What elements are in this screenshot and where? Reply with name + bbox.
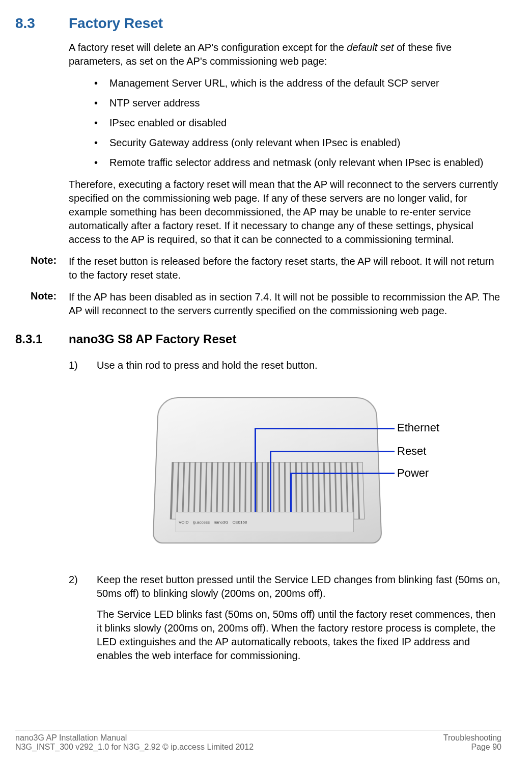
- step-2: 2) Keep the reset button pressed until t…: [69, 573, 501, 600]
- note-1: Note: If the reset button is released be…: [15, 255, 501, 282]
- callout-line-ethernet-v: [255, 428, 256, 512]
- footer-manual-title: nano3G AP Installation Manual: [15, 733, 254, 743]
- bullet-text: IPsec enabled or disabled: [109, 116, 501, 130]
- list-item: • IPsec enabled or disabled: [94, 116, 501, 130]
- note-text: If the reset button is released before t…: [69, 255, 501, 282]
- bullet-text: Management Server URL, which is the addr…: [109, 76, 501, 90]
- device-figure: VOID ip.access nano3G CE0168 Ethernet Re…: [69, 379, 501, 553]
- section-header: 8.3 Factory Reset: [15, 15, 501, 32]
- list-item: • Remote traffic selector address and ne…: [94, 156, 501, 170]
- void-label: VOID: [179, 520, 189, 525]
- note-label: Note:: [15, 290, 69, 318]
- brand-label-1: ip.access: [193, 520, 210, 525]
- bullet-text: Remote traffic selector address and netm…: [109, 156, 501, 170]
- subsection-number: 8.3.1: [15, 332, 69, 346]
- page-footer: nano3G AP Installation Manual N3G_INST_3…: [15, 730, 501, 752]
- callout-line-power-h: [290, 473, 395, 474]
- list-item: • NTP server address: [94, 96, 501, 110]
- subsection-title: nano3G S8 AP Factory Reset: [69, 332, 236, 346]
- paragraph-2: Therefore, executing a factory reset wil…: [69, 178, 501, 246]
- intro-italic: default set: [347, 42, 394, 53]
- callout-line-reset-v: [270, 451, 271, 512]
- list-item: • Management Server URL, which is the ad…: [94, 76, 501, 90]
- step-2-continuation: The Service LED blinks fast (50ms on, 50…: [97, 608, 501, 663]
- list-item: • Security Gateway address (only relevan…: [94, 136, 501, 150]
- note-text: If the AP has been disabled as in sectio…: [69, 290, 501, 318]
- section-title: Factory Reset: [69, 15, 163, 32]
- subsection-header: 8.3.1 nano3G S8 AP Factory Reset: [15, 332, 501, 346]
- callout-ethernet: Ethernet: [397, 421, 439, 434]
- intro-part1: A factory reset will delete an AP's conf…: [69, 42, 347, 53]
- bullet-list: • Management Server URL, which is the ad…: [94, 76, 501, 170]
- footer-page-number: Page 90: [443, 743, 501, 752]
- device-drawing: VOID ip.access nano3G CE0168 Ethernet Re…: [125, 379, 445, 553]
- footer-version-copyright: N3G_INST_300 v292_1.0 for N3G_2.92 © ip.…: [15, 743, 254, 752]
- bullet-text: Security Gateway address (only relevant …: [109, 136, 501, 150]
- device-label-strip: VOID ip.access nano3G CE0168: [176, 512, 354, 532]
- footer-left: nano3G AP Installation Manual N3G_INST_3…: [15, 733, 254, 752]
- bullet-marker: •: [94, 96, 109, 110]
- callout-reset: Reset: [397, 445, 426, 458]
- section-number: 8.3: [15, 15, 69, 32]
- step-1: 1) Use a thin rod to press and hold the …: [69, 359, 501, 372]
- note-label: Note:: [15, 255, 69, 282]
- brand-label-2: nano3G: [214, 520, 228, 525]
- footer-chapter: Troubleshooting: [443, 733, 501, 743]
- step-marker: 2): [69, 573, 97, 600]
- bullet-marker: •: [94, 116, 109, 130]
- step-text: Use a thin rod to press and hold the res…: [97, 359, 501, 372]
- callout-line-reset-h: [270, 451, 395, 452]
- bullet-text: NTP server address: [109, 96, 501, 110]
- bullet-marker: •: [94, 76, 109, 90]
- step-marker: 1): [69, 359, 97, 372]
- intro-paragraph: A factory reset will delete an AP's conf…: [69, 41, 501, 68]
- footer-right: Troubleshooting Page 90: [443, 733, 501, 752]
- callout-line-power-v: [290, 473, 292, 512]
- step-text: Keep the reset button pressed until the …: [97, 573, 501, 600]
- note-2: Note: If the AP has been disabled as in …: [15, 290, 501, 318]
- ce-label: CE0168: [232, 520, 247, 525]
- bullet-marker: •: [94, 136, 109, 150]
- callout-power: Power: [397, 467, 429, 480]
- bullet-marker: •: [94, 156, 109, 170]
- callout-line-ethernet-h: [255, 428, 395, 429]
